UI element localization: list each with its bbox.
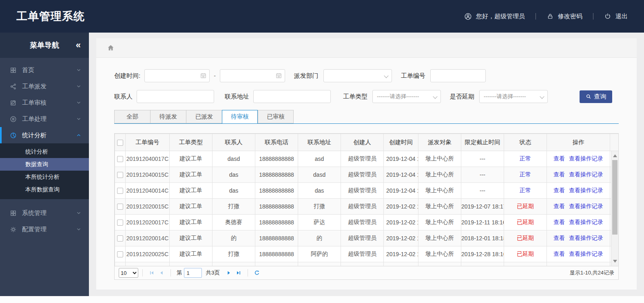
last-page-icon[interactable]: [235, 270, 242, 276]
sidebar-item-home[interactable]: 首页: [0, 62, 89, 78]
view-link[interactable]: 查看: [553, 219, 565, 225]
order-no-label: 工单编号: [401, 72, 425, 80]
row-checkbox[interactable]: [117, 172, 123, 178]
cell-deadline: [461, 262, 504, 267]
order-type-select[interactable]: -------请选择-------: [372, 90, 441, 103]
tab-reviewed[interactable]: 已审核: [258, 110, 294, 123]
table-scrollbar[interactable]: [611, 151, 618, 266]
cell-order-id: 201912020014C: [126, 231, 170, 246]
view-link[interactable]: 查看: [553, 250, 565, 257]
view-log-link[interactable]: 查看操作记录: [569, 171, 603, 178]
row-checkbox[interactable]: [117, 220, 123, 226]
cell-address: 阿萨的: [298, 246, 341, 262]
scroll-down-icon[interactable]: [613, 260, 617, 263]
cell-dispatch-target: 墩上中心所: [418, 167, 461, 183]
tab-dispatched[interactable]: 已派发: [186, 110, 222, 123]
app-title: 工单管理系统: [16, 9, 85, 24]
first-page-icon[interactable]: [148, 270, 155, 276]
submenu-item-statistics[interactable]: 统计分析: [0, 145, 89, 158]
select-all-checkbox[interactable]: [117, 140, 123, 146]
order-no-input[interactable]: [430, 69, 486, 82]
header-divider: [593, 13, 593, 20]
col-header: 联系电话: [255, 134, 298, 151]
sidebar-collapse-icon[interactable]: «: [76, 40, 80, 50]
cell-order-type: 建议工单: [170, 183, 212, 199]
view-link[interactable]: 查看: [553, 235, 565, 241]
cell-deadline: 2018-12-01 18:18: [461, 231, 504, 246]
cell-address: dasd: [298, 167, 341, 183]
view-log-link[interactable]: 查看操作记录: [569, 250, 603, 257]
row-checkbox[interactable]: [117, 156, 123, 162]
sidebar-item-config[interactable]: 配置管理: [0, 221, 89, 237]
col-header: 限定截止时间: [461, 134, 504, 151]
filter-form: 创建时间: - 派发部门 工单编号: [96, 58, 637, 103]
scrollbar-thumb[interactable]: [612, 160, 617, 235]
cell-creator: 超级管理员: [341, 215, 384, 231]
chevron-down-icon: [76, 100, 82, 105]
chevron-down-icon: [76, 67, 82, 73]
view-link[interactable]: 查看: [553, 171, 565, 178]
cell-contact: dasd: [212, 151, 255, 167]
cell-dispatch-target: [418, 262, 461, 267]
sidebar-item-dispatch[interactable]: 工单派发: [0, 78, 89, 94]
cell-actions: 查看查看操作记录: [547, 246, 610, 262]
tab-all[interactable]: 全部: [114, 110, 150, 123]
refresh-icon[interactable]: [254, 270, 260, 276]
sidebar-item-review[interactable]: 工单审核: [0, 94, 89, 111]
row-checkbox[interactable]: [117, 235, 123, 242]
cell-actions: 查看查看操作记录: [547, 183, 610, 199]
cell-actions: 查看查看操作记录: [547, 215, 610, 231]
col-header: 操作: [547, 134, 610, 151]
view-log-link[interactable]: 查看操作记录: [569, 235, 603, 241]
cell-creator: 超级管理员: [341, 199, 384, 215]
prev-page-icon[interactable]: [158, 270, 165, 276]
cell-order-id: 201912020025C: [126, 246, 170, 262]
cell-created-time: 2019-12-04 15: [384, 167, 418, 183]
row-checkbox[interactable]: [117, 204, 123, 210]
sidebar-item-statistics[interactable]: 统计分析: [0, 127, 89, 143]
delayed-select[interactable]: -------请选择-------: [479, 90, 548, 103]
power-icon: [604, 13, 611, 20]
sidebar-item-system[interactable]: 系统管理: [0, 205, 89, 221]
page-number-input[interactable]: [184, 268, 202, 278]
view-link[interactable]: 查看: [553, 155, 565, 162]
view-link[interactable]: 查看: [553, 203, 565, 209]
header-divider: [536, 13, 536, 20]
change-password-button[interactable]: 修改密码: [547, 13, 582, 20]
row-checkbox[interactable]: [117, 251, 123, 257]
date-to-input[interactable]: [220, 69, 285, 82]
tab-to-dispatch[interactable]: 待派发: [150, 110, 186, 123]
search-button[interactable]: 查询: [580, 90, 612, 103]
cell-status: 已延期: [504, 246, 547, 262]
dispatch-dept-select[interactable]: [323, 69, 392, 82]
record-summary: 显示1-10,共24记录: [570, 269, 614, 277]
col-header: 创建人: [341, 134, 384, 151]
cell-order-id: 201912020017C: [126, 215, 170, 231]
created-time-label: 创建时间:: [114, 72, 140, 80]
view-log-link[interactable]: 查看操作记录: [569, 187, 603, 193]
row-checkbox[interactable]: [117, 188, 123, 194]
next-page-icon[interactable]: [226, 270, 232, 276]
view-log-link[interactable]: 查看操作记录: [569, 219, 603, 225]
submenu-item-data-query[interactable]: 数据查询: [0, 158, 89, 171]
cell-deadline: 2019-12-07 18:17: [461, 199, 504, 215]
submenu-item-local-statistics[interactable]: 本所统计分析: [0, 171, 89, 183]
user-greeting[interactable]: 您好，超级管理员: [464, 13, 525, 20]
logout-button[interactable]: 退出: [604, 13, 628, 20]
scroll-up-icon[interactable]: [613, 154, 617, 157]
address-input[interactable]: [253, 90, 331, 103]
view-link[interactable]: 查看: [553, 187, 565, 193]
header-scroll-spacer: [610, 134, 619, 151]
edit-icon: [10, 99, 17, 106]
date-from-input[interactable]: [144, 69, 210, 82]
page-size-select[interactable]: 10: [119, 268, 138, 278]
contact-input[interactable]: [137, 90, 214, 103]
submenu-item-local-data-query[interactable]: 本所数据查询: [0, 183, 89, 196]
view-log-link[interactable]: 查看操作记录: [569, 203, 603, 209]
view-log-link[interactable]: 查看操作记录: [569, 155, 603, 162]
delayed-label: 是否延期: [450, 93, 474, 101]
home-icon[interactable]: [107, 44, 115, 52]
tab-to-review[interactable]: 待审核: [222, 110, 258, 124]
cell-address: 打撒: [298, 199, 341, 215]
sidebar-item-process[interactable]: 工单处理: [0, 111, 89, 127]
